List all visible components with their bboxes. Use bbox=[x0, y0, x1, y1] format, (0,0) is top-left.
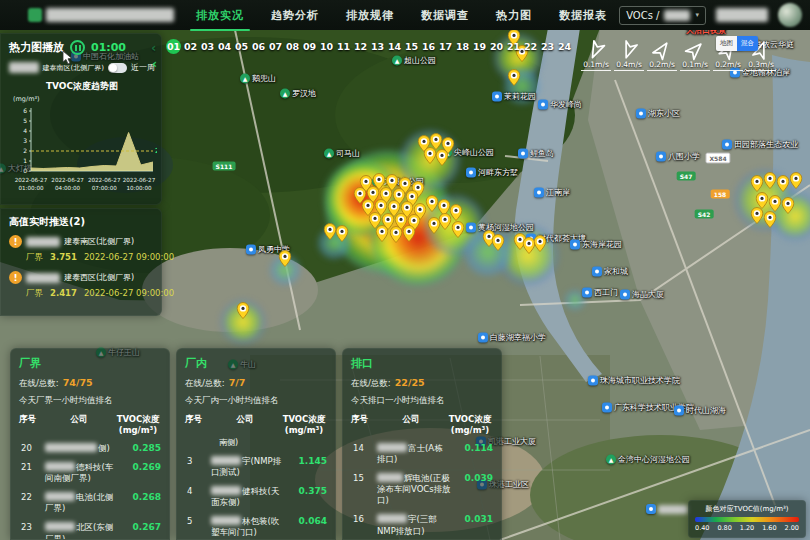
map-marker[interactable] bbox=[237, 302, 250, 319]
map-normal-button[interactable]: 地图 bbox=[716, 36, 737, 51]
nav-item-排放实况[interactable]: 排放实况 bbox=[196, 8, 244, 23]
map-label-text: 金湾中心河湿地公园 bbox=[618, 454, 690, 465]
map-label-text: 茉莉花园 bbox=[504, 91, 536, 102]
push-item-2[interactable]: !建泰西区(北侧厂界)厂界2.4172022-06-27 09:00:00 bbox=[9, 271, 155, 300]
row-rank: 21 bbox=[19, 462, 45, 472]
timeline-hour-17[interactable]: 17 bbox=[437, 39, 454, 55]
map-marker[interactable] bbox=[428, 217, 441, 234]
timeline-hour-10[interactable]: 10 bbox=[318, 39, 335, 55]
table-row[interactable]: 22电池(北侧厂界)0.268 bbox=[19, 492, 161, 514]
map-marker[interactable] bbox=[769, 195, 782, 212]
svg-text:2: 2 bbox=[23, 147, 27, 154]
company-name-redacted bbox=[211, 486, 241, 495]
timeline-hour-01[interactable]: 01 bbox=[166, 39, 181, 54]
avatar[interactable] bbox=[778, 3, 802, 27]
nav-item-热力图[interactable]: 热力图 bbox=[496, 8, 532, 23]
row-tvoc-value: 0.039 bbox=[451, 473, 493, 483]
map-marker[interactable] bbox=[436, 149, 449, 166]
wind-indicator-1: 0.1m/s bbox=[583, 40, 609, 71]
map-marker[interactable] bbox=[279, 250, 292, 267]
poi-label-redacted bbox=[646, 504, 688, 514]
marker-pin-icon bbox=[751, 207, 764, 224]
table-row[interactable]: 16宇(三部NMP排放口)0.031 bbox=[351, 514, 493, 536]
row-rank: 4 bbox=[185, 486, 211, 496]
timeline-hour-07[interactable]: 07 bbox=[267, 39, 284, 55]
nav-item-趋势分析[interactable]: 趋势分析 bbox=[271, 8, 319, 23]
map-marker[interactable] bbox=[452, 221, 465, 238]
pollutant-selector[interactable]: VOCs / ▾ bbox=[619, 6, 706, 25]
period-toggle[interactable] bbox=[108, 63, 127, 73]
map-marker[interactable] bbox=[508, 69, 521, 86]
panel-collapse-icon[interactable]: ‹ bbox=[152, 56, 157, 71]
map-marker[interactable] bbox=[751, 175, 764, 192]
push-item-header: !建泰南区(北侧厂界) bbox=[9, 235, 155, 248]
map-marker[interactable] bbox=[390, 226, 403, 243]
timeline-hour-04[interactable]: 04 bbox=[216, 39, 233, 55]
map-marker[interactable] bbox=[751, 207, 764, 224]
timeline-hour-24[interactable]: 24 bbox=[556, 39, 573, 55]
table-row[interactable]: 4健科技(天面东侧)0.375 bbox=[185, 486, 327, 508]
top-nav-bar: 排放实况趋势分析排放规律数据调查热力图数据报表 VOCs / ▾ bbox=[0, 0, 810, 30]
pause-icon[interactable] bbox=[70, 40, 85, 55]
poi-icon bbox=[588, 375, 598, 385]
legend-gradient-bar bbox=[695, 517, 799, 522]
nav-item-数据调查[interactable]: 数据调查 bbox=[421, 8, 469, 23]
timeline-hour-18[interactable]: 18 bbox=[454, 39, 471, 55]
map-marker[interactable] bbox=[336, 225, 349, 242]
map-marker[interactable] bbox=[534, 235, 547, 252]
map-label-text: 家和城 bbox=[604, 266, 628, 277]
timeline-hour-12[interactable]: 12 bbox=[352, 39, 369, 55]
timeline-hour-14[interactable]: 14 bbox=[386, 39, 403, 55]
company-name-redacted bbox=[211, 456, 241, 465]
map-satellite-button[interactable]: 混合 bbox=[737, 36, 758, 51]
map-marker[interactable] bbox=[790, 172, 803, 189]
table-row[interactable]: 15辉电池(正极涂布车间VOCs排放口)0.039 bbox=[351, 473, 493, 506]
timeline-hour-11[interactable]: 11 bbox=[335, 39, 352, 55]
poi-icon bbox=[466, 222, 476, 232]
table-row[interactable]: 5林包装(吹塑车间门口)0.064 bbox=[185, 516, 327, 538]
map-marker[interactable] bbox=[777, 175, 790, 192]
table-row[interactable]: 3宇(NMP排口测试)1.145 bbox=[185, 456, 327, 478]
map-marker[interactable] bbox=[403, 225, 416, 242]
timeline-hour-03[interactable]: 03 bbox=[199, 39, 216, 55]
map-marker[interactable] bbox=[782, 197, 795, 214]
map-marker[interactable] bbox=[376, 225, 389, 242]
company-redacted bbox=[26, 273, 60, 283]
table-row[interactable]: 14富士(A栋排口)0.114 bbox=[351, 443, 493, 465]
timeline-hour-05[interactable]: 05 bbox=[233, 39, 250, 55]
map-label-鹅兜山: ▲鹅兜山 bbox=[240, 73, 276, 84]
nav-item-排放规律[interactable]: 排放规律 bbox=[346, 8, 394, 23]
timeline-hour-13[interactable]: 13 bbox=[369, 39, 386, 55]
company-redacted bbox=[26, 237, 60, 247]
timeline-hour-02[interactable]: 02 bbox=[182, 39, 199, 55]
map-label-华发峰尚: 华发峰尚 bbox=[538, 99, 582, 110]
map-marker[interactable] bbox=[764, 211, 777, 228]
map-label-黄杨河湿地公园: 黄杨河湿地公园 bbox=[466, 222, 534, 233]
wind-arrow-icon bbox=[616, 37, 642, 63]
company-name-redacted bbox=[377, 473, 403, 482]
timeline-hour-19[interactable]: 19 bbox=[471, 39, 488, 55]
map-marker[interactable] bbox=[764, 172, 777, 189]
map-label-白藤湖幸福小学: 白藤湖幸福小学 bbox=[478, 332, 546, 343]
nav-item-数据报表[interactable]: 数据报表 bbox=[559, 8, 607, 23]
mountain-icon: ▲ bbox=[280, 88, 290, 98]
chevron-down-icon: ▾ bbox=[695, 11, 699, 19]
table-row[interactable]: 23北区(东侧厂界)0.267 bbox=[19, 522, 161, 540]
timeline-hour-23[interactable]: 23 bbox=[539, 39, 556, 55]
timeline-hour-22[interactable]: 22 bbox=[522, 39, 539, 55]
timeline-hour-20[interactable]: 20 bbox=[488, 39, 505, 55]
timeline-hour-15[interactable]: 15 bbox=[403, 39, 420, 55]
timeline-hour-08[interactable]: 08 bbox=[284, 39, 301, 55]
map-marker[interactable] bbox=[492, 234, 505, 251]
table-row[interactable]: 20侧)0.285 bbox=[19, 443, 161, 454]
timeline-hour-16[interactable]: 16 bbox=[420, 39, 437, 55]
push-type: 厂界 bbox=[26, 288, 43, 300]
trend-chart-ylabel: (mg/m³) bbox=[13, 95, 155, 103]
timeline-hour-21[interactable]: 21 bbox=[505, 39, 522, 55]
table-row[interactable]: 21德科技(车间南侧厂界)0.269 bbox=[19, 462, 161, 484]
timeline-hour-09[interactable]: 09 bbox=[301, 39, 318, 55]
timeline-hour-06[interactable]: 06 bbox=[250, 39, 267, 55]
push-item-1[interactable]: !建泰南区(北侧厂界)厂界3.7512022-06-27 09:00:00 bbox=[9, 235, 155, 264]
mountain-icon: ▲ bbox=[392, 55, 402, 65]
header-value-unit: (mg/m³) bbox=[447, 425, 493, 436]
